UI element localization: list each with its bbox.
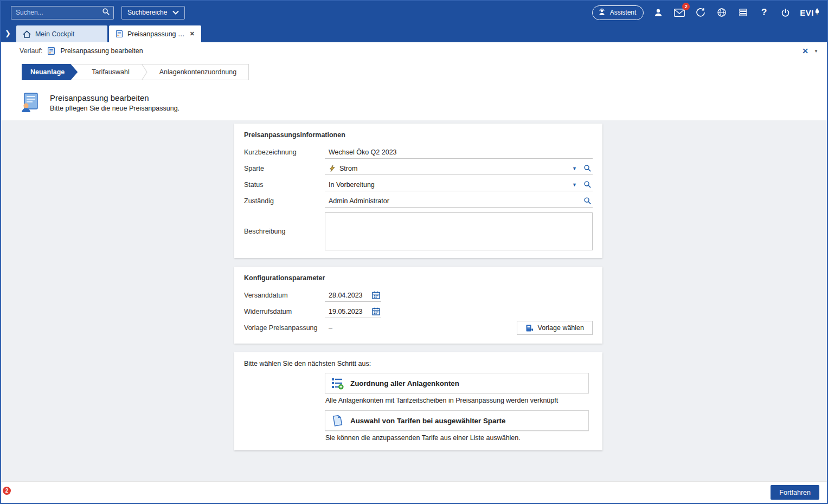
close-view-icon[interactable]: ✕ [802, 47, 808, 55]
option-description: Alle Anlagenkonten mit Tarifzeitscheiben… [325, 397, 593, 404]
field-value: Strom [339, 165, 357, 172]
field-zustaendig: Zuständig Admin Administrator [244, 193, 593, 209]
field-label: Sparte [244, 165, 325, 172]
field-versanddatum: Versanddatum 28.04.2023 [244, 287, 593, 303]
tab-label: Mein Cockpit [35, 30, 101, 38]
calendar-icon[interactable] [372, 291, 380, 299]
lookup-icon[interactable] [583, 164, 592, 172]
option-label: Auswahl von Tarifen bei ausgewählter Spa… [350, 417, 505, 425]
power-icon [781, 8, 790, 17]
user-icon [653, 8, 663, 17]
footer-notification-badge[interactable]: 2 [3, 487, 11, 495]
system-list-button[interactable] [736, 6, 749, 19]
globe-button[interactable] [715, 6, 728, 19]
page-title-icon [20, 92, 40, 113]
chevron-down-icon [172, 9, 179, 16]
help-icon: ? [761, 7, 767, 18]
sparte-select[interactable]: Strom ▼ [325, 162, 593, 175]
config-card-title: Konfigurationsparameter [244, 274, 593, 282]
tarifauswahl-button[interactable]: Auswahl von Tarifen bei ausgewählter Spa… [325, 410, 589, 431]
tab-close-icon[interactable]: ✕ [190, 30, 195, 37]
zuordnung-anlagenkonten-button[interactable]: Zuordnung aller Anlagenkonten [325, 373, 589, 393]
step-anlagenkontenzuordnung[interactable]: Anlagenkontenzuordnung [147, 64, 248, 80]
assistant-button[interactable]: Assistent [592, 5, 644, 20]
brand-text: EVI [800, 8, 814, 17]
field-value: 28.04.2023 [329, 292, 363, 299]
template-icon [525, 324, 534, 332]
field-label: Kurzbezeichnung [244, 148, 325, 156]
info-card-title: Preisanpassungsinformationen [244, 131, 593, 139]
field-status: Status In Vorbereitung ▼ [244, 177, 593, 193]
search-scope-dropdown[interactable]: Suchbereiche [121, 6, 185, 20]
field-widerrufsdatum: Widerrufsdatum 19.05.2023 [244, 303, 593, 320]
field-sparte: Sparte Strom ▼ [244, 160, 593, 177]
footer-bar: 2 Fortfahren [1, 481, 827, 503]
fortfahren-button[interactable]: Fortfahren [771, 485, 819, 500]
search-input[interactable] [16, 9, 102, 16]
field-value: Wechsel Öko Q2 2023 [329, 148, 397, 156]
assistant-icon [598, 8, 606, 18]
search-scope-label: Suchbereiche [127, 9, 167, 16]
history-bar: Verlauf: Preisanpassung bearbeiten ✕ ▼ [1, 42, 827, 60]
lookup-icon[interactable] [583, 180, 592, 189]
field-label: Widerrufsdatum [244, 308, 325, 315]
home-icon [23, 30, 31, 38]
vorlage-value: – [325, 324, 517, 332]
vorlage-waehlen-button[interactable]: Vorlage wählen [517, 321, 593, 335]
field-beschreibung: Beschreibung [244, 212, 593, 250]
field-label: Status [244, 181, 325, 189]
field-label: Beschreibung [244, 228, 325, 235]
wizard-steps: Neuanlage Tarifauswahl Anlagenkontenzuor… [1, 60, 827, 86]
dropdown-caret-icon[interactable]: ▼ [572, 166, 577, 171]
option-description: Sie können die anzupassenden Tarife aus … [325, 434, 593, 442]
user-button[interactable] [652, 6, 665, 19]
globe-icon [717, 8, 727, 17]
global-search[interactable] [11, 6, 114, 20]
history-entry-icon [47, 47, 55, 55]
versanddatum-input[interactable]: 28.04.2023 [325, 289, 381, 302]
dropdown-caret-icon[interactable]: ▼ [572, 182, 577, 188]
step-separator-icon [142, 64, 147, 80]
logout-button[interactable] [779, 6, 792, 19]
field-label: Versanddatum [244, 292, 325, 299]
zustaendig-input[interactable]: Admin Administrator [325, 195, 593, 208]
tab-mein-cockpit[interactable]: Mein Cockpit [16, 25, 107, 42]
evi-flame-icon [815, 8, 819, 15]
next-step-prompt: Bitte wählen Sie den nächsten Schritt au… [244, 360, 593, 367]
server-icon [739, 8, 747, 17]
tab-bar: ❯ Mein Cockpit Preisanpassung bear... ✕ [1, 24, 827, 42]
status-select[interactable]: In Vorbereitung ▼ [325, 178, 593, 191]
step-neuanlage[interactable]: Neuanlage [22, 64, 78, 80]
kurzbezeichnung-input[interactable]: Wechsel Öko Q2 2023 [325, 146, 593, 159]
app-window: Suchbereiche Assistent 2 [0, 0, 828, 504]
tab-preisanpassung[interactable]: Preisanpassung bear... ✕ [109, 25, 201, 42]
messages-button[interactable]: 2 [673, 6, 686, 19]
top-bar-actions: Assistent 2 ? [592, 5, 819, 20]
history-entry[interactable]: Preisanpassung bearbeiten [60, 47, 143, 55]
field-value: Admin Administrator [329, 197, 389, 205]
field-vorlage: Vorlage Preisanpassung – Vorlage wählen [244, 320, 593, 336]
option-label: Zuordnung aller Anlagenkonten [350, 379, 459, 387]
main-content: Preisanpassungsinformationen Kurzbezeich… [1, 120, 827, 481]
info-card: Preisanpassungsinformationen Kurzbezeich… [234, 124, 602, 258]
widerrufsdatum-input[interactable]: 19.05.2023 [325, 305, 381, 318]
calendar-icon[interactable] [372, 307, 380, 315]
step-tarifauswahl[interactable]: Tarifauswahl [80, 64, 141, 80]
field-label: Vorlage Preisanpassung [244, 324, 325, 332]
assistant-label: Assistent [610, 9, 637, 16]
page-subtitle: Bitte pflegen Sie die neue Preisanpassun… [50, 105, 179, 112]
field-value: 19.05.2023 [329, 308, 363, 315]
refresh-icon [696, 8, 705, 17]
refresh-button[interactable] [694, 6, 707, 19]
field-kurzbezeichnung: Kurzbezeichnung Wechsel Öko Q2 2023 [244, 144, 593, 160]
strom-icon [329, 165, 336, 172]
beschreibung-textarea[interactable] [325, 212, 593, 250]
next-step-card: Bitte wählen Sie den nächsten Schritt au… [234, 352, 602, 450]
search-icon[interactable] [102, 8, 110, 17]
help-button[interactable]: ? [758, 6, 771, 19]
expand-tabs-icon[interactable]: ❯ [5, 29, 11, 37]
lookup-icon[interactable] [583, 197, 592, 205]
paper-icon [331, 414, 344, 427]
history-caret-icon[interactable]: ▼ [814, 49, 818, 54]
brand-logo: EVI [800, 8, 819, 17]
